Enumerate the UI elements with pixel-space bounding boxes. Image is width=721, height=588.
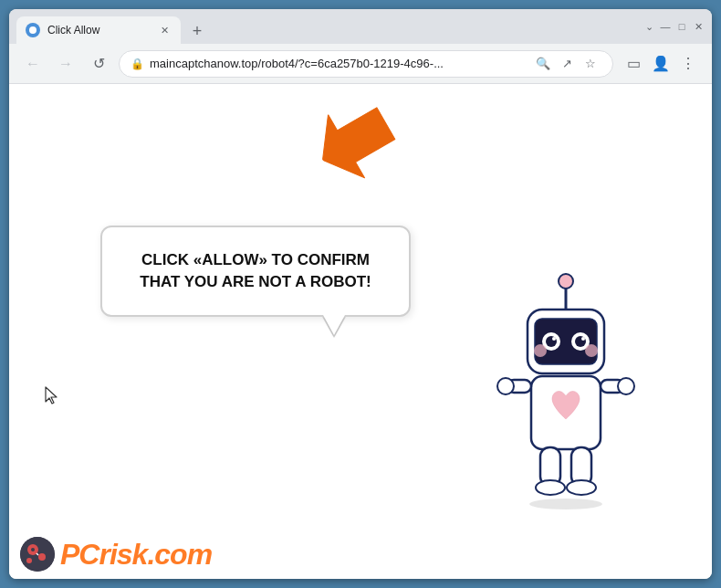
menu-icon[interactable]: ⋮ [675, 51, 701, 77]
url-text: maincaptchanow.top/robot4/?c=6ca257b0-12… [150, 57, 527, 70]
svg-point-12 [585, 344, 598, 357]
address-bar: ← → ↺ 🔒 maincaptchanow.top/robot4/?c=6ca… [9, 44, 712, 84]
tab-favicon [26, 23, 40, 37]
chevron-down-icon[interactable]: ⌄ [643, 20, 655, 33]
toolbar-right: ▭ 👤 ⋮ [621, 51, 701, 77]
lock-icon: 🔒 [131, 58, 144, 70]
browser-window: Click Allow ✕ + ⌄ — □ ✕ ← → ↺ 🔒 maincapt… [9, 9, 712, 579]
svg-point-10 [581, 337, 585, 341]
back-button[interactable]: ← [20, 51, 46, 77]
robot-image [475, 268, 657, 524]
svg-marker-0 [305, 92, 404, 192]
svg-point-26 [31, 548, 35, 551]
svg-point-17 [618, 378, 634, 394]
reload-button[interactable]: ↺ [86, 51, 111, 77]
profile-icon[interactable]: 👤 [648, 51, 674, 77]
svg-point-11 [534, 344, 547, 357]
tab-area: Click Allow ✕ + [16, 9, 643, 44]
url-actions: 🔍 ↗ ☆ [532, 53, 601, 75]
url-bar[interactable]: 🔒 maincaptchanow.top/robot4/?c=6ca257b0-… [119, 50, 613, 78]
page-content: CLICK «ALLOW» TO CONFIRM THAT YOU ARE NO… [9, 84, 712, 579]
pcrisk-watermark: PCrisk.com [20, 537, 212, 572]
close-button[interactable]: ✕ [692, 20, 705, 33]
svg-point-22 [529, 499, 602, 509]
title-bar: Click Allow ✕ + ⌄ — □ ✕ [9, 9, 712, 44]
svg-point-19 [536, 480, 565, 495]
mouse-cursor [44, 385, 62, 411]
minimize-button[interactable]: — [659, 20, 672, 33]
bubble-text: CLICK «ALLOW» TO CONFIRM THAT YOU ARE NO… [128, 249, 383, 293]
svg-point-21 [567, 480, 596, 495]
forward-button[interactable]: → [53, 51, 78, 77]
bookmark-icon[interactable]: ☆ [580, 53, 601, 75]
pcrisk-logo [20, 537, 55, 572]
pcrisk-text: PCrisk.com [60, 538, 212, 572]
speech-bubble: CLICK «ALLOW» TO CONFIRM THAT YOU ARE NO… [100, 226, 411, 317]
svg-point-28 [26, 558, 32, 563]
share-icon[interactable]: ↗ [556, 53, 578, 75]
sidebar-icon[interactable]: ▭ [621, 51, 646, 77]
svg-point-2 [559, 274, 573, 289]
tab-close-button[interactable]: ✕ [157, 23, 172, 37]
svg-point-15 [497, 378, 514, 394]
new-tab-button[interactable]: + [184, 18, 210, 44]
window-controls: ⌄ — □ ✕ [643, 20, 705, 33]
tab-title: Click Allow [47, 24, 150, 37]
search-icon[interactable]: 🔍 [532, 53, 554, 75]
svg-point-9 [552, 337, 556, 341]
active-tab[interactable]: Click Allow ✕ [16, 16, 181, 44]
risk-text: risk.com [99, 538, 212, 571]
pc-text: PC [60, 538, 99, 571]
svg-point-25 [38, 553, 46, 561]
maximize-button[interactable]: □ [675, 20, 688, 33]
